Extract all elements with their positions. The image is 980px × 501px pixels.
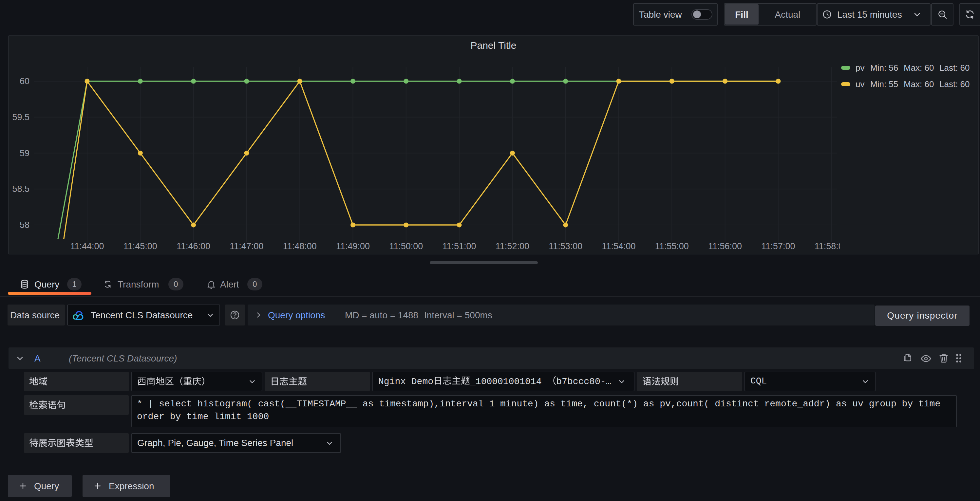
svg-text:Max: 60: Max: 60 bbox=[904, 63, 934, 73]
svg-text:11:51:00: 11:51:00 bbox=[442, 241, 476, 251]
svg-text:59: 59 bbox=[20, 148, 29, 158]
svg-text:11:53:00: 11:53:00 bbox=[549, 241, 582, 251]
svg-text:11:50:00: 11:50:00 bbox=[389, 241, 423, 251]
svg-text:Last: 60: Last: 60 bbox=[939, 79, 970, 89]
svg-text:pv: pv bbox=[856, 63, 864, 73]
svg-text:11:49:00: 11:49:00 bbox=[336, 241, 370, 251]
svg-text:11:47:00: 11:47:00 bbox=[230, 241, 263, 251]
svg-text:11:58:00: 11:58:00 bbox=[815, 241, 848, 251]
svg-text:Last: 60: Last: 60 bbox=[939, 63, 970, 73]
svg-text:11:46:00: 11:46:00 bbox=[177, 241, 210, 251]
svg-text:Min: 55: Min: 55 bbox=[870, 79, 898, 89]
svg-text:11:52:00: 11:52:00 bbox=[496, 241, 529, 251]
svg-text:59.5: 59.5 bbox=[12, 112, 29, 122]
svg-text:11:54:00: 11:54:00 bbox=[602, 241, 635, 251]
svg-text:58: 58 bbox=[20, 220, 29, 230]
svg-text:11:57:00: 11:57:00 bbox=[761, 241, 795, 251]
svg-text:11:48:00: 11:48:00 bbox=[283, 241, 317, 251]
svg-text:60: 60 bbox=[20, 76, 29, 86]
svg-text:11:56:00: 11:56:00 bbox=[708, 241, 742, 251]
svg-text:58.5: 58.5 bbox=[12, 184, 29, 194]
svg-text:Min: 56: Min: 56 bbox=[870, 63, 898, 73]
svg-text:Max: 60: Max: 60 bbox=[904, 79, 934, 89]
svg-text:11:45:00: 11:45:00 bbox=[124, 241, 157, 251]
svg-text:uv: uv bbox=[856, 79, 864, 89]
svg-text:11:55:00: 11:55:00 bbox=[655, 241, 689, 251]
svg-text:11:44:00: 11:44:00 bbox=[70, 241, 104, 251]
